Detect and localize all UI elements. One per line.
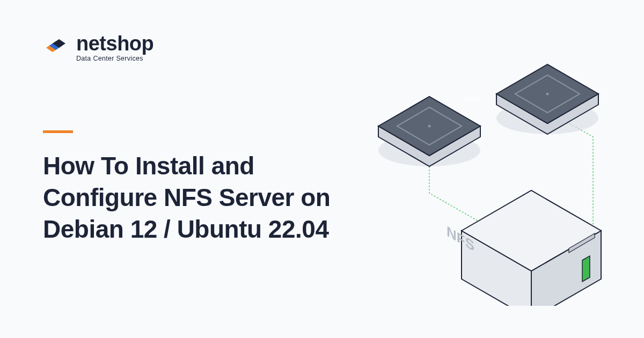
svg-point-4 bbox=[428, 125, 431, 128]
brand-logo: netshop Data Center Services bbox=[43, 33, 153, 62]
article-title: How To Install and Configure NFS Server … bbox=[43, 150, 365, 245]
logo-mark-icon bbox=[43, 35, 69, 61]
brand-name: netshop bbox=[76, 33, 153, 54]
disk-label: sda1 bbox=[463, 94, 480, 102]
brand-tagline: Data Center Services bbox=[76, 55, 153, 62]
nfs-illustration: sda1 NFS bbox=[335, 59, 625, 306]
svg-point-6 bbox=[546, 93, 549, 95]
accent-divider bbox=[43, 130, 73, 133]
